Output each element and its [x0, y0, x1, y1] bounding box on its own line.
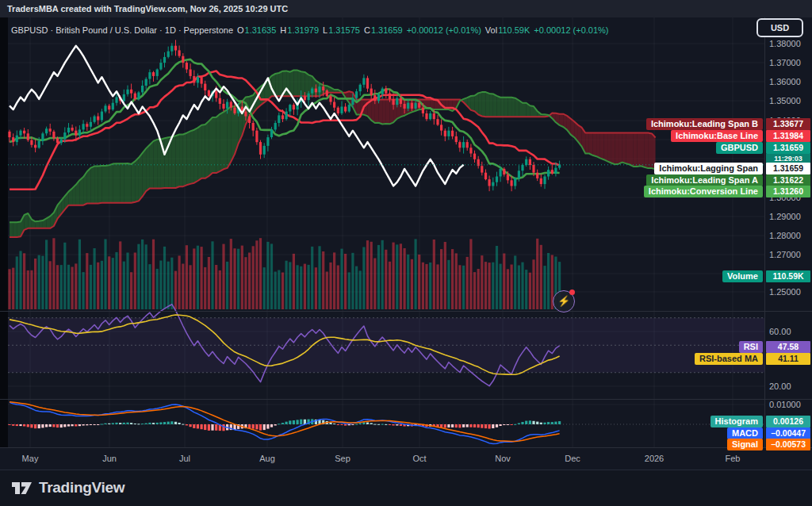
price-axis-tick: 1.30000 [769, 193, 812, 202]
price-axis-tick: 1.33000 [769, 135, 812, 144]
volume-legend-label: Vol [485, 25, 497, 35]
symbol-description: GBPUSD · British Pound / U.S. Dollar · 1… [11, 25, 233, 35]
ohlc-o-value: 1.31635 [245, 25, 277, 35]
volume-legend-value: 110.59K [498, 25, 530, 35]
price-axis-tick: 1.26000 [769, 269, 812, 278]
tradingview-chart-window: { "header": { "title": "TradersMBA creat… [0, 0, 812, 506]
ohlc-o-label: O [237, 25, 244, 35]
time-axis-label: Jun [102, 454, 117, 463]
price-axis-tick: 1.34000 [769, 116, 812, 125]
rsi-axis-tick: 60.00 [769, 327, 812, 336]
footer-bar: TradingView [0, 470, 812, 506]
price-axis-tick: 1.28000 [769, 231, 812, 240]
time-axis-label: Feb [726, 454, 741, 463]
price-axis-tick: 1.35000 [769, 96, 812, 105]
price-axis-tick: 1.31000 [769, 173, 812, 182]
time-axis-label: Nov [495, 454, 511, 463]
ohlc-l-label: L [323, 25, 327, 35]
ohlc-h-value: 1.31979 [287, 25, 319, 35]
symbol-legend: GBPUSD · British Pound / U.S. Dollar · 1… [11, 24, 613, 36]
time-axis-label: Aug [259, 454, 275, 463]
price-axis-tick: 1.27000 [769, 250, 812, 259]
price-axis-tick: 1.32000 [769, 154, 812, 163]
attribution-header: TradersMBA created with TradingView.com,… [0, 0, 812, 17]
change-value: +0.00012 (+0.01%) [407, 25, 481, 35]
tradingview-wordmark: TradingView [39, 479, 124, 496]
ohlc-h-label: H [280, 25, 286, 35]
chart-canvas[interactable] [0, 17, 812, 448]
time-axis-label: Dec [565, 454, 580, 463]
rsi-axis-tick: 20.00 [769, 381, 812, 391]
macd-axis-tick: 0.01000 [769, 400, 812, 409]
ohlc-c-value: 1.31659 [371, 25, 403, 35]
price-axis-tick: 1.37000 [769, 58, 812, 67]
ohlc-c-label: C [364, 25, 370, 35]
price-axis-tick: 1.38000 [769, 39, 812, 48]
price-axis-tick: 1.36000 [769, 77, 812, 86]
volume-change-value: +0.00012 (+0.01%) [534, 25, 608, 35]
price-axis-tick: 1.29000 [769, 212, 812, 221]
time-axis-label: Sep [335, 454, 350, 463]
time-axis-label: May [22, 454, 39, 463]
ohlc-l-value: 1.31575 [328, 25, 360, 35]
tradingview-brand[interactable]: TradingView [11, 479, 124, 496]
time-axis-label: Oct [412, 454, 426, 463]
time-axis-label: Jul [179, 454, 190, 463]
flash-alert-badge[interactable]: ⚡ [553, 290, 575, 312]
attribution-text: TradersMBA created with TradingView.com,… [7, 4, 288, 13]
price-axis-tick: 1.25000 [769, 287, 812, 297]
currency-toggle-button[interactable]: USD [756, 18, 803, 37]
notification-dot [569, 289, 575, 295]
tradingview-logo-icon [11, 480, 33, 496]
time-axis-label: 2026 [645, 454, 664, 463]
